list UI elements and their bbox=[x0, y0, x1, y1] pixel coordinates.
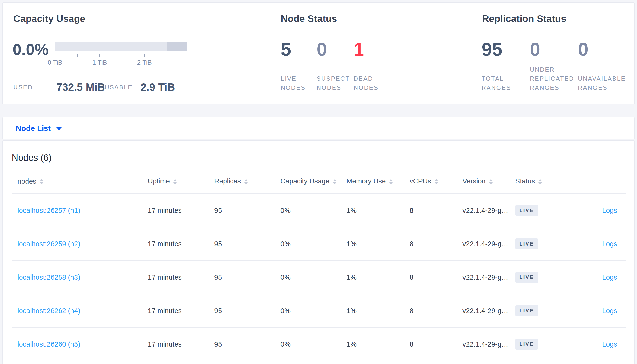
capacity-cell: 0% bbox=[280, 206, 347, 214]
logs-link[interactable]: Logs bbox=[602, 274, 617, 281]
axis-tick-label: 1 TiB bbox=[92, 59, 107, 66]
logs-link[interactable]: Logs bbox=[602, 340, 617, 348]
node-address-link[interactable]: localhost:26262 (n4) bbox=[18, 307, 80, 314]
live-nodes-value: 5 bbox=[281, 38, 291, 60]
capacity-bar-dark-segment bbox=[167, 42, 187, 51]
used-value: 732.5 MiB bbox=[57, 81, 105, 93]
total-ranges-label: TOTAL RANGES bbox=[482, 74, 522, 92]
uptime-cell: 17 minutes bbox=[148, 274, 214, 281]
vcpus-cell: 8 bbox=[410, 340, 462, 348]
status-badge: LIVE bbox=[515, 272, 538, 283]
axis-tick bbox=[122, 54, 122, 57]
version-cell: v22.1.4-29-g… bbox=[462, 206, 515, 214]
memory-cell: 1% bbox=[347, 274, 410, 281]
node-list-dropdown[interactable]: Node List bbox=[3, 117, 62, 139]
axis-tick bbox=[77, 54, 78, 57]
capacity-percent: 0.0% bbox=[13, 40, 49, 58]
column-header-vcpus[interactable]: vCPUs bbox=[410, 177, 462, 187]
column-header-memory-use[interactable]: Memory Use bbox=[347, 177, 410, 187]
axis-tick bbox=[55, 54, 55, 57]
cluster-summary-panel: Capacity Usage 0.0% 0 TiB 1 TiB 2 TiB US… bbox=[3, 2, 634, 104]
unavailable-ranges-value: 0 bbox=[578, 38, 588, 60]
under-replicated-ranges-value: 0 bbox=[530, 38, 540, 60]
version-cell: v22.1.4-29-g… bbox=[462, 340, 515, 348]
replicas-cell: 95 bbox=[214, 240, 280, 248]
dead-nodes-value: 1 bbox=[354, 38, 364, 60]
nodes-panel: Nodes (6) nodes Uptime Replicas Capacity… bbox=[3, 140, 634, 364]
nodes-table: nodes Uptime Replicas Capacity Usage Mem… bbox=[12, 170, 626, 361]
sort-icon bbox=[435, 179, 438, 184]
sort-icon bbox=[244, 179, 248, 184]
sort-icon bbox=[538, 179, 542, 184]
total-ranges-value: 95 bbox=[482, 38, 502, 60]
vcpus-cell: 8 bbox=[410, 206, 462, 214]
uptime-cell: 17 minutes bbox=[148, 340, 214, 348]
logs-link[interactable]: Logs bbox=[602, 307, 617, 314]
replicas-cell: 95 bbox=[214, 307, 280, 315]
vcpus-cell: 8 bbox=[410, 307, 462, 315]
axis-tick bbox=[167, 54, 167, 57]
replicas-cell: 95 bbox=[214, 340, 280, 348]
column-header-version[interactable]: Version bbox=[462, 177, 515, 187]
axis-tick-label: 0 TiB bbox=[48, 59, 62, 66]
capacity-cell: 0% bbox=[280, 307, 347, 315]
column-header-replicas[interactable]: Replicas bbox=[214, 177, 280, 187]
sort-icon bbox=[489, 179, 493, 184]
live-nodes-label: LIVE NODES bbox=[281, 74, 315, 92]
replicas-cell: 95 bbox=[214, 206, 280, 214]
nodes-table-header-row: nodes Uptime Replicas Capacity Usage Mem… bbox=[12, 171, 626, 194]
sort-icon bbox=[173, 179, 177, 184]
sort-icon bbox=[40, 179, 44, 184]
node-list-dropdown-label: Node List bbox=[16, 124, 51, 133]
capacity-usage-title: Capacity Usage bbox=[14, 14, 85, 24]
column-header-nodes[interactable]: nodes bbox=[12, 178, 148, 187]
status-badge: LIVE bbox=[515, 238, 538, 249]
table-row: localhost:26260 (n5) 17 minutes 95 0% 1%… bbox=[12, 328, 626, 361]
nodes-section-title: Nodes (6) bbox=[12, 152, 52, 163]
uptime-cell: 17 minutes bbox=[148, 307, 214, 315]
capacity-bar-chart bbox=[55, 42, 187, 51]
column-header-status[interactable]: Status bbox=[515, 177, 570, 187]
table-row: localhost:26259 (n2) 17 minutes 95 0% 1%… bbox=[12, 228, 626, 261]
capacity-cell: 0% bbox=[280, 240, 347, 248]
replication-status-title: Replication Status bbox=[482, 14, 566, 24]
sort-icon bbox=[389, 179, 393, 184]
version-cell: v22.1.4-29-g… bbox=[462, 274, 515, 281]
version-cell: v22.1.4-29-g… bbox=[462, 307, 515, 315]
sort-icon bbox=[333, 179, 337, 184]
node-address-link[interactable]: localhost:26258 (n3) bbox=[18, 274, 80, 281]
node-address-link[interactable]: localhost:26260 (n5) bbox=[18, 340, 80, 348]
under-replicated-ranges-label: UNDER-REPLICATED RANGES bbox=[530, 65, 576, 92]
column-header-uptime[interactable]: Uptime bbox=[148, 177, 214, 187]
axis-tick bbox=[100, 54, 100, 57]
memory-cell: 1% bbox=[347, 206, 410, 214]
logs-link[interactable]: Logs bbox=[602, 206, 617, 214]
suspect-nodes-label: SUSPECT NODES bbox=[316, 74, 353, 92]
axis-tick-label: 2 TiB bbox=[137, 59, 152, 66]
suspect-nodes-value: 0 bbox=[316, 38, 327, 60]
dead-nodes-label: DEAD NODES bbox=[354, 74, 388, 92]
node-address-link[interactable]: localhost:26257 (n1) bbox=[18, 206, 80, 214]
table-row: localhost:26262 (n4) 17 minutes 95 0% 1%… bbox=[12, 294, 626, 328]
uptime-cell: 17 minutes bbox=[148, 206, 214, 214]
column-header-capacity-usage[interactable]: Capacity Usage bbox=[280, 177, 347, 187]
status-badge: LIVE bbox=[515, 339, 538, 350]
table-row: localhost:26258 (n3) 17 minutes 95 0% 1%… bbox=[12, 261, 626, 294]
memory-cell: 1% bbox=[347, 240, 410, 248]
capacity-cell: 0% bbox=[280, 340, 347, 348]
logs-link[interactable]: Logs bbox=[602, 240, 617, 248]
node-status-title: Node Status bbox=[281, 14, 337, 24]
axis-tick bbox=[144, 54, 145, 57]
status-badge: LIVE bbox=[515, 305, 538, 316]
usable-label: USABLE bbox=[105, 84, 133, 91]
table-row: localhost:26257 (n1) 17 minutes 95 0% 1%… bbox=[12, 194, 626, 228]
uptime-cell: 17 minutes bbox=[148, 240, 214, 248]
vcpus-cell: 8 bbox=[410, 274, 462, 281]
status-badge: LIVE bbox=[515, 205, 538, 216]
memory-cell: 1% bbox=[347, 340, 410, 348]
node-address-link[interactable]: localhost:26259 (n2) bbox=[18, 240, 80, 248]
capacity-cell: 0% bbox=[280, 274, 347, 281]
vcpus-cell: 8 bbox=[410, 240, 462, 248]
unavailable-ranges-label: UNAVAILABLE RANGES bbox=[578, 74, 629, 92]
replicas-cell: 95 bbox=[214, 274, 280, 281]
